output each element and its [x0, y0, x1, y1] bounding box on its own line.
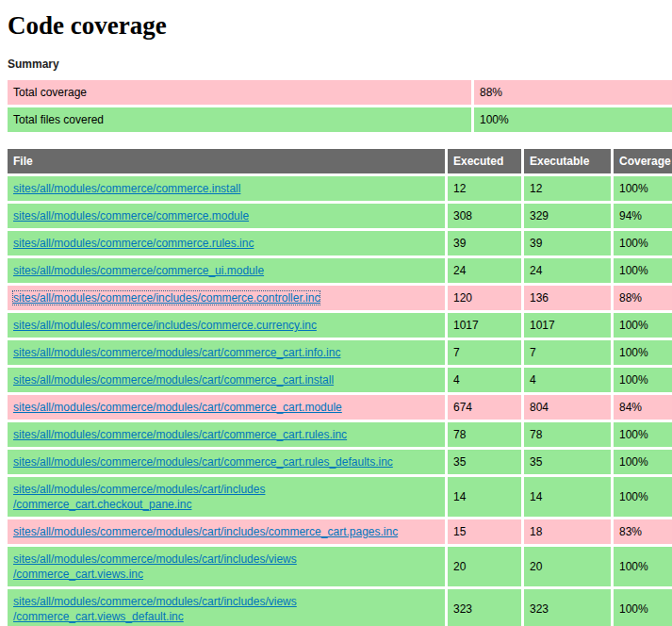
- summary-row: Total coverage88%: [8, 80, 672, 105]
- file-link[interactable]: sites/all/modules/commerce/includes/comm…: [13, 291, 320, 305]
- executed-cell: 20: [448, 547, 521, 586]
- file-link[interactable]: sites/all/modules/commerce/commerce.rule…: [13, 237, 254, 250]
- file-cell: sites/all/modules/commerce/commerce.inst…: [8, 176, 445, 201]
- coverage-cell: 100%: [614, 340, 672, 365]
- executed-cell: 7: [448, 340, 521, 365]
- executed-cell: 24: [448, 258, 521, 283]
- file-cell: sites/all/modules/commerce/modules/cart/…: [8, 477, 445, 517]
- executable-cell: 7: [524, 340, 611, 365]
- executed-cell: 39: [448, 231, 521, 255]
- summary-table: Total coverage88%Total files covered100%: [5, 77, 672, 135]
- executable-cell: 1017: [524, 313, 611, 338]
- executed-cell: 674: [448, 395, 521, 420]
- summary-heading: Summary: [8, 58, 664, 71]
- executable-cell: 4: [524, 368, 611, 392]
- table-row: sites/all/modules/commerce/modules/cart/…: [8, 477, 672, 517]
- file-cell: sites/all/modules/commerce/modules/cart/…: [8, 450, 445, 474]
- file-cell: sites/all/modules/commerce/modules/cart/…: [8, 547, 445, 586]
- executable-cell: 20: [524, 547, 611, 586]
- file-link[interactable]: sites/all/modules/commerce/modules/cart/…: [13, 401, 342, 414]
- file-link[interactable]: sites/all/modules/commerce/commerce.modu…: [13, 209, 249, 222]
- table-row: sites/all/modules/commerce/modules/cart/…: [8, 422, 672, 447]
- executable-cell: 323: [524, 589, 611, 626]
- summary-table-body: Total coverage88%Total files covered100%: [8, 80, 672, 132]
- file-cell: sites/all/modules/commerce/includes/comm…: [8, 313, 445, 338]
- file-link[interactable]: sites/all/modules/commerce/modules/cart/…: [13, 483, 265, 511]
- file-link[interactable]: sites/all/modules/commerce/commerce.inst…: [13, 182, 240, 195]
- coverage-header-row: FileExecutedExecutableCoverage: [8, 149, 672, 173]
- coverage-cell: 100%: [614, 258, 672, 283]
- executable-cell: 35: [524, 450, 611, 474]
- file-link[interactable]: sites/all/modules/commerce/modules/cart/…: [13, 346, 340, 359]
- executable-cell: 39: [524, 231, 611, 255]
- executable-cell: 804: [524, 395, 611, 420]
- coverage-cell: 100%: [614, 477, 672, 517]
- table-row: sites/all/modules/commerce/modules/cart/…: [8, 340, 672, 365]
- table-row: sites/all/modules/commerce/modules/cart/…: [8, 395, 672, 420]
- executed-cell: 1017: [448, 313, 521, 338]
- table-row: sites/all/modules/commerce/modules/cart/…: [8, 589, 672, 626]
- executed-cell: 120: [448, 286, 521, 310]
- column-header-file: File: [8, 149, 445, 173]
- page: Code coverage Summary Total coverage88%T…: [0, 0, 672, 626]
- coverage-cell: 100%: [614, 231, 672, 255]
- coverage-cell: 100%: [614, 176, 672, 201]
- table-row: sites/all/modules/commerce/commerce.rule…: [8, 231, 672, 255]
- coverage-cell: 100%: [614, 422, 672, 447]
- executed-cell: 15: [448, 519, 521, 544]
- file-link[interactable]: sites/all/modules/commerce/modules/cart/…: [13, 455, 393, 469]
- table-row: sites/all/modules/commerce/commerce.inst…: [8, 176, 672, 201]
- coverage-cell: 94%: [614, 204, 672, 228]
- executable-cell: 12: [524, 176, 611, 201]
- executable-cell: 329: [524, 204, 611, 228]
- table-row: sites/all/modules/commerce/commerce.modu…: [8, 204, 672, 228]
- executed-cell: 308: [448, 204, 521, 228]
- file-link[interactable]: sites/all/modules/commerce/modules/cart/…: [13, 552, 297, 581]
- executed-cell: 14: [448, 477, 521, 517]
- file-cell: sites/all/modules/commerce/includes/comm…: [8, 286, 445, 310]
- table-row: sites/all/modules/commerce/modules/cart/…: [8, 547, 672, 586]
- table-row: sites/all/modules/commerce/includes/comm…: [8, 286, 672, 310]
- file-link[interactable]: sites/all/modules/commerce/commerce_ui.m…: [13, 264, 264, 277]
- table-row: sites/all/modules/commerce/commerce_ui.m…: [8, 258, 672, 283]
- file-link[interactable]: sites/all/modules/commerce/modules/cart/…: [13, 525, 398, 538]
- table-row: sites/all/modules/commerce/modules/cart/…: [8, 519, 672, 544]
- file-link[interactable]: sites/all/modules/commerce/modules/cart/…: [13, 373, 334, 387]
- coverage-cell: 84%: [614, 395, 672, 420]
- summary-value: 88%: [474, 80, 672, 105]
- file-link[interactable]: sites/all/modules/commerce/includes/comm…: [13, 319, 317, 332]
- executed-cell: 78: [448, 422, 521, 447]
- file-cell: sites/all/modules/commerce/modules/cart/…: [8, 519, 445, 544]
- coverage-table-body: sites/all/modules/commerce/commerce.inst…: [8, 176, 672, 626]
- coverage-cell: 100%: [614, 368, 672, 392]
- executed-cell: 35: [448, 450, 521, 474]
- executed-cell: 323: [448, 589, 521, 626]
- column-header-executed: Executed: [448, 149, 521, 173]
- executable-cell: 24: [524, 258, 611, 283]
- summary-value: 100%: [474, 107, 672, 132]
- executed-cell: 12: [448, 176, 521, 201]
- coverage-cell: 100%: [614, 589, 672, 626]
- table-row: sites/all/modules/commerce/modules/cart/…: [8, 450, 672, 474]
- column-header-coverage: Coverage: [614, 149, 672, 173]
- coverage-cell: 88%: [614, 286, 672, 310]
- file-cell: sites/all/modules/commerce/modules/cart/…: [8, 368, 445, 392]
- file-cell: sites/all/modules/commerce/modules/cart/…: [8, 340, 445, 365]
- executable-cell: 14: [524, 477, 611, 517]
- table-row: sites/all/modules/commerce/includes/comm…: [8, 313, 672, 338]
- file-cell: sites/all/modules/commerce/commerce_ui.m…: [8, 258, 445, 283]
- coverage-cell: 83%: [614, 519, 672, 544]
- file-cell: sites/all/modules/commerce/modules/cart/…: [8, 395, 445, 420]
- file-link[interactable]: sites/all/modules/commerce/modules/cart/…: [13, 428, 347, 441]
- executed-cell: 4: [448, 368, 521, 392]
- coverage-table-head: FileExecutedExecutableCoverage: [8, 149, 672, 173]
- page-title: Code coverage: [8, 11, 664, 41]
- file-cell: sites/all/modules/commerce/commerce.modu…: [8, 204, 445, 228]
- summary-label: Total coverage: [8, 80, 471, 105]
- executable-cell: 78: [524, 422, 611, 447]
- coverage-cell: 100%: [614, 547, 672, 586]
- file-link[interactable]: sites/all/modules/commerce/modules/cart/…: [13, 595, 297, 623]
- summary-label: Total files covered: [8, 107, 471, 132]
- coverage-cell: 100%: [614, 450, 672, 474]
- coverage-cell: 100%: [614, 313, 672, 338]
